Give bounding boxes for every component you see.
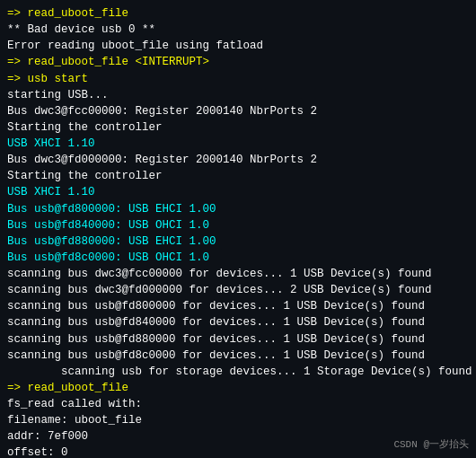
terminal-content: => read_uboot_file** Bad device usb 0 **…: [0, 0, 476, 458]
terminal-line: Bus usb@fd800000: USB EHCI 1.00: [7, 201, 469, 217]
terminal-line: scanning bus dwc3@fd000000 for devices..…: [7, 282, 469, 298]
terminal-line: USB XHCI 1.10: [7, 136, 469, 152]
terminal-line: Error reading uboot_file using fatload: [7, 38, 469, 54]
terminal-line: scanning bus usb@fd840000 for devices...…: [7, 314, 469, 330]
terminal-line: scanning bus usb@fd8c0000 for devices...…: [7, 348, 469, 364]
terminal-line: Bus usb@fd8c0000: USB OHCI 1.0: [7, 250, 469, 266]
terminal-line: => usb start: [7, 71, 469, 87]
terminal-line: Starting the controller: [7, 119, 469, 136]
terminal-line: Bus dwc3@fcc00000: Register 2000140 NbrP…: [7, 103, 469, 119]
terminal-line: scanning usb for storage devices... 1 St…: [7, 364, 469, 380]
terminal-line: Bus dwc3@fd000000: Register 2000140 NbrP…: [7, 152, 469, 168]
terminal-line: filename: uboot_file: [7, 412, 469, 428]
watermark: CSDN @一岁抬头: [393, 437, 469, 451]
terminal-line: ** Bad device usb 0 **: [7, 22, 469, 38]
terminal-line: starting USB...: [7, 87, 469, 103]
terminal-line: Bus usb@fd840000: USB OHCI 1.0: [7, 217, 469, 233]
terminal-line: Starting the controller: [7, 168, 469, 184]
terminal-line: => read_uboot_file <INTERRUPT>: [7, 54, 469, 70]
terminal-line: Bus usb@fd880000: USB EHCI 1.00: [7, 233, 469, 250]
terminal-line: fs_read called with:: [7, 396, 469, 412]
terminal-window: => read_uboot_file** Bad device usb 0 **…: [0, 0, 476, 458]
terminal-line: scanning bus usb@fd880000 for devices...…: [7, 331, 469, 348]
terminal-line: scanning bus dwc3@fcc00000 for devices..…: [7, 266, 469, 282]
terminal-line: => read_uboot_file: [7, 5, 469, 22]
terminal-line: => read_uboot_file: [7, 380, 469, 396]
terminal-line: USB XHCI 1.10: [7, 184, 469, 200]
terminal-line: scanning bus usb@fd800000 for devices...…: [7, 298, 469, 314]
